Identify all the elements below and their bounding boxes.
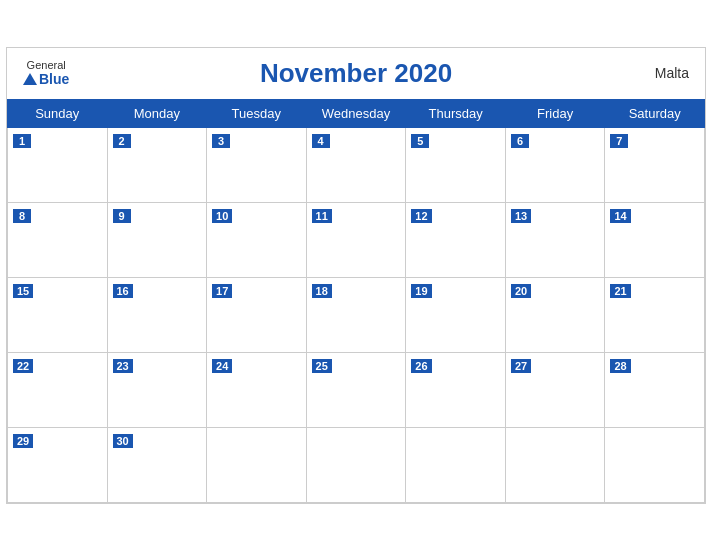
calendar-day-cell: 6 — [505, 127, 604, 202]
day-number: 6 — [511, 134, 529, 148]
calendar-day-cell: 30 — [107, 427, 207, 502]
header-thursday: Thursday — [406, 99, 506, 127]
day-number: 24 — [212, 359, 232, 373]
calendar-day-cell: 1 — [8, 127, 108, 202]
logo-general: General — [27, 59, 66, 71]
day-number: 27 — [511, 359, 531, 373]
calendar-day-cell: 25 — [306, 352, 406, 427]
calendar-day-cell: 2 — [107, 127, 207, 202]
calendar-day-cell: 29 — [8, 427, 108, 502]
calendar-day-cell: 28 — [605, 352, 705, 427]
calendar-day-cell — [207, 427, 307, 502]
day-number: 17 — [212, 284, 232, 298]
day-number: 22 — [13, 359, 33, 373]
calendar-day-cell: 10 — [207, 202, 307, 277]
day-number: 12 — [411, 209, 431, 223]
day-number: 11 — [312, 209, 332, 223]
country-label: Malta — [655, 65, 689, 81]
calendar-day-cell — [306, 427, 406, 502]
day-number: 23 — [113, 359, 133, 373]
calendar-day-cell: 18 — [306, 277, 406, 352]
day-number: 19 — [411, 284, 431, 298]
header-friday: Friday — [505, 99, 604, 127]
calendar-day-cell: 11 — [306, 202, 406, 277]
calendar-day-cell: 16 — [107, 277, 207, 352]
day-number: 29 — [13, 434, 33, 448]
day-number: 25 — [312, 359, 332, 373]
day-number: 30 — [113, 434, 133, 448]
day-number: 18 — [312, 284, 332, 298]
day-number: 15 — [13, 284, 33, 298]
calendar-header: General Blue November 2020 Malta — [7, 48, 705, 99]
day-number: 9 — [113, 209, 131, 223]
calendar-day-cell: 27 — [505, 352, 604, 427]
calendar-week-row: 1234567 — [8, 127, 705, 202]
day-number: 4 — [312, 134, 330, 148]
calendar-day-cell: 15 — [8, 277, 108, 352]
header-sunday: Sunday — [8, 99, 108, 127]
calendar-day-cell: 19 — [406, 277, 506, 352]
day-number: 21 — [610, 284, 630, 298]
day-number: 16 — [113, 284, 133, 298]
calendar-day-cell: 4 — [306, 127, 406, 202]
header-monday: Monday — [107, 99, 207, 127]
calendar-day-cell: 13 — [505, 202, 604, 277]
day-number: 7 — [610, 134, 628, 148]
day-number: 3 — [212, 134, 230, 148]
calendar-day-cell — [505, 427, 604, 502]
header-wednesday: Wednesday — [306, 99, 406, 127]
logo-area: General Blue — [23, 59, 69, 87]
day-number: 28 — [610, 359, 630, 373]
calendar-week-row: 15161718192021 — [8, 277, 705, 352]
calendar-week-row: 2930 — [8, 427, 705, 502]
header-tuesday: Tuesday — [207, 99, 307, 127]
calendar-day-cell: 23 — [107, 352, 207, 427]
day-number: 5 — [411, 134, 429, 148]
day-number: 10 — [212, 209, 232, 223]
calendar-grid: Sunday Monday Tuesday Wednesday Thursday… — [7, 99, 705, 503]
calendar-day-cell: 9 — [107, 202, 207, 277]
calendar-week-row: 22232425262728 — [8, 352, 705, 427]
calendar-container: General Blue November 2020 Malta Sunday … — [6, 47, 706, 504]
calendar-day-cell: 20 — [505, 277, 604, 352]
calendar-day-cell: 14 — [605, 202, 705, 277]
header-saturday: Saturday — [605, 99, 705, 127]
calendar-day-cell: 12 — [406, 202, 506, 277]
logo-blue: Blue — [23, 71, 69, 87]
calendar-day-cell: 3 — [207, 127, 307, 202]
day-number: 1 — [13, 134, 31, 148]
calendar-day-cell: 17 — [207, 277, 307, 352]
calendar-day-cell: 26 — [406, 352, 506, 427]
day-number: 20 — [511, 284, 531, 298]
day-number: 14 — [610, 209, 630, 223]
calendar-title: November 2020 — [260, 58, 452, 89]
day-number: 2 — [113, 134, 131, 148]
calendar-day-cell: 7 — [605, 127, 705, 202]
days-header-row: Sunday Monday Tuesday Wednesday Thursday… — [8, 99, 705, 127]
calendar-day-cell: 24 — [207, 352, 307, 427]
day-number: 8 — [13, 209, 31, 223]
calendar-day-cell: 22 — [8, 352, 108, 427]
calendar-day-cell: 21 — [605, 277, 705, 352]
day-number: 26 — [411, 359, 431, 373]
calendar-day-cell — [406, 427, 506, 502]
logo-triangle-icon — [23, 73, 37, 85]
calendar-week-row: 891011121314 — [8, 202, 705, 277]
day-number: 13 — [511, 209, 531, 223]
calendar-day-cell — [605, 427, 705, 502]
calendar-day-cell: 5 — [406, 127, 506, 202]
calendar-day-cell: 8 — [8, 202, 108, 277]
